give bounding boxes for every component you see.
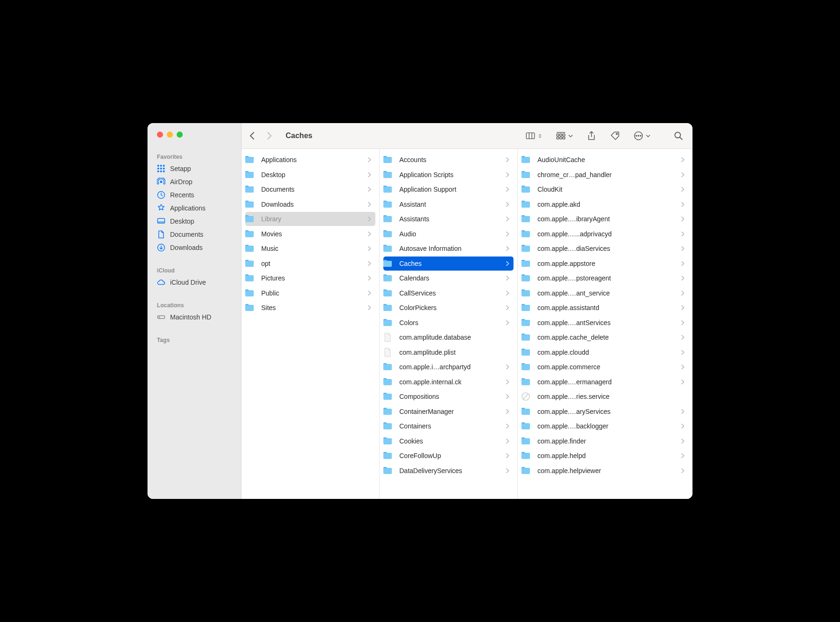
list-item[interactable]: Autosave Information [383,241,513,256]
list-item[interactable]: com.apple.helpd [521,449,689,463]
sidebar-item-setapp[interactable]: Setapp [148,162,241,175]
folder-icon [385,273,395,283]
list-item[interactable]: CallServices [383,286,513,300]
list-item[interactable]: Colors [383,316,513,330]
list-item[interactable]: com.apple.internal.ck [383,375,513,389]
list-item[interactable]: Audio [383,227,513,241]
list-item[interactable]: Music [245,241,375,256]
list-item[interactable]: Movies [245,227,375,241]
list-item[interactable]: Sites [245,301,375,315]
file-icon [385,333,395,342]
list-item[interactable]: CloudKit [521,182,689,196]
list-item[interactable]: com.apple.cloudd [521,345,689,359]
list-item[interactable]: Assistants [383,212,513,226]
folder-icon [523,170,533,179]
chevron-right-icon [503,289,510,297]
list-item[interactable]: opt [245,257,375,271]
list-item[interactable]: Application Support [383,182,513,196]
group-by-button[interactable] [556,131,573,140]
list-item[interactable]: com.apple.…ries.service [521,389,689,404]
list-item[interactable]: Desktop [245,168,375,182]
chevron-right-icon [678,274,685,282]
list-item[interactable]: com.apple.…aryServices [521,404,689,419]
list-item[interactable]: com.apple.…diaServices [521,241,689,256]
list-item[interactable]: Cookies [383,434,513,448]
list-item[interactable]: AudioUnitCache [521,153,689,167]
share-button[interactable] [587,131,596,140]
list-item[interactable]: com.apple.…..adprivacyd [521,227,689,241]
sidebar-item-desktop[interactable]: Desktop [148,215,241,228]
list-item[interactable]: Library [245,212,375,226]
list-item[interactable]: ContainerManager [383,404,513,419]
sidebar-item-recents[interactable]: Recents [148,188,241,202]
sidebar-item-macintosh-hd[interactable]: Macintosh HD [148,311,241,324]
minimize-button[interactable] [167,132,173,138]
list-item[interactable]: Pictures [245,271,375,285]
list-item[interactable]: CoreFollowUp [383,449,513,463]
list-item[interactable]: Calendars [383,271,513,285]
list-item[interactable]: Accounts [383,153,513,167]
list-item[interactable]: com.apple.finder [521,434,689,448]
chevron-right-icon [503,201,510,208]
list-item[interactable]: Assistant [383,197,513,211]
chevron-right-icon [678,245,685,252]
list-item[interactable]: com.amplitude.plist [383,345,513,359]
list-item[interactable]: com.apple.akd [521,197,689,211]
disk-icon [157,313,165,321]
sidebar-item-airdrop[interactable]: AirDrop [148,175,241,188]
list-item[interactable]: chrome_cr…pad_handler [521,168,689,182]
svg-rect-18 [526,133,534,139]
folder-icon [385,214,395,224]
list-item[interactable]: com.apple.…ermanagerd [521,375,689,389]
list-item[interactable]: Applications [245,153,375,167]
list-item[interactable]: com.amplitude.database [383,330,513,344]
airdrop-icon [157,178,165,186]
sidebar-item-documents[interactable]: Documents [148,228,241,241]
grid-dots-icon [157,164,165,173]
list-item[interactable]: com.apple.…backlogger [521,419,689,433]
sidebar-item-label: Documents [170,231,203,238]
list-item[interactable]: Downloads [245,197,375,211]
list-item[interactable]: com.apple.cache_delete [521,330,689,344]
list-item[interactable]: Compositions [383,389,513,404]
maximize-button[interactable] [177,132,183,138]
list-item[interactable]: com.apple.…antServices [521,316,689,330]
folder-icon [385,436,395,446]
chevron-right-icon [365,186,372,193]
search-button[interactable] [674,131,683,140]
chevron-right-icon [503,260,510,267]
view-columns-button[interactable] [526,131,542,140]
list-item[interactable]: com.apple.i…archpartyd [383,360,513,374]
chevron-right-icon [678,452,685,459]
column-1[interactable]: ApplicationsDesktopDocumentsDownloadsLib… [241,149,380,499]
list-item[interactable]: com.apple.…ibraryAgent [521,212,689,226]
list-item[interactable]: com.apple.assistantd [521,301,689,315]
sidebar-section-locations: Locations [148,299,241,311]
back-button[interactable] [248,132,257,140]
sidebar-item-icloud-drive[interactable]: iCloud Drive [148,276,241,289]
list-item[interactable]: Application Scripts [383,168,513,182]
list-item[interactable]: Documents [245,182,375,196]
forward-button[interactable] [265,132,273,140]
list-item[interactable]: ColorPickers [383,301,513,315]
list-item[interactable]: com.apple.appstore [521,257,689,271]
clock-icon [157,191,165,199]
list-item[interactable]: Public [245,286,375,300]
list-item[interactable]: Caches [383,257,513,271]
list-item-label: Music [261,245,365,252]
list-item[interactable]: com.apple.helpviewer [521,464,689,478]
list-item[interactable]: DataDeliveryServices [383,464,513,478]
list-item[interactable]: com.apple.…pstoreagent [521,271,689,285]
close-button[interactable] [157,132,163,138]
list-item[interactable]: Containers [383,419,513,433]
tags-button[interactable] [610,131,620,140]
action-button[interactable] [634,131,650,140]
list-item-label: opt [261,260,365,267]
chevron-down-icon [646,134,650,138]
column-2[interactable]: AccountsApplication ScriptsApplication S… [380,149,518,499]
sidebar-item-downloads[interactable]: Downloads [148,241,241,254]
list-item[interactable]: com.apple.commerce [521,360,689,374]
column-3[interactable]: AudioUnitCachechrome_cr…pad_handlerCloud… [518,149,692,499]
sidebar-item-applications[interactable]: Applications [148,202,241,215]
list-item[interactable]: com.apple.…ant_service [521,286,689,300]
